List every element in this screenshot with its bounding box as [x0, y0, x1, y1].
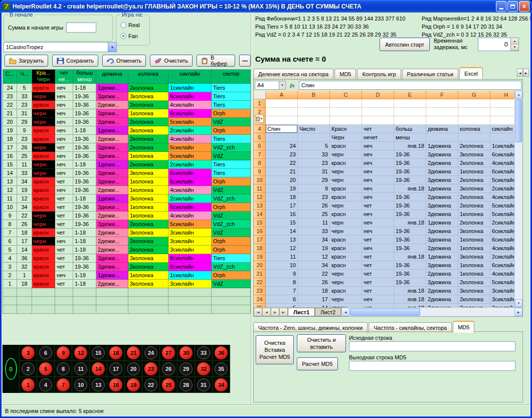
radio-real[interactable]: Real	[120, 22, 140, 28]
excel-column-header[interactable]: C	[330, 91, 362, 99]
excel-row-header[interactable]: 23	[254, 287, 266, 295]
excel-cell[interactable]: больш	[394, 125, 426, 133]
excel-row-header[interactable]: 17	[254, 236, 266, 244]
clear-button[interactable]: Очистить	[150, 55, 193, 67]
roulette-number[interactable]: 1	[20, 377, 37, 393]
excel-cell[interactable]: янв.18	[394, 253, 426, 261]
excel-cell[interactable]: 1дюжина	[426, 219, 458, 227]
scroll-down-icon[interactable]: ▼	[515, 299, 522, 307]
excel-cell[interactable]: 19-36	[394, 176, 426, 184]
excel-cell[interactable]: 25	[298, 210, 330, 219]
excel-cell[interactable]: неч	[362, 193, 394, 201]
excel-row-header[interactable]: 7	[254, 150, 266, 159]
excel-cell[interactable]: красн	[330, 210, 362, 219]
excel-cell[interactable]: 23	[266, 150, 298, 159]
excel-cell[interactable]	[298, 133, 330, 142]
excel-cell[interactable]: 34	[298, 236, 330, 244]
excel-row-header[interactable]: 19	[254, 253, 266, 261]
excel-row-header[interactable]: 4	[254, 125, 266, 133]
excel-cell[interactable]	[458, 116, 490, 125]
excel-cell[interactable]: 17	[298, 295, 330, 304]
excel-cell[interactable]: 2дюжина	[426, 287, 458, 295]
excel-cell[interactable]: дюжина	[426, 125, 458, 133]
excel-cell[interactable]	[330, 116, 362, 125]
excel-cell[interactable]: 3дюжина	[426, 176, 458, 184]
tab-excel[interactable]: Excel	[459, 67, 483, 79]
excel-cell[interactable]: красн	[330, 253, 362, 261]
excel-cell[interactable]: 19-36	[394, 210, 426, 219]
excel-cell[interactable]	[266, 108, 298, 116]
excel-cell[interactable]: 3колонка	[458, 287, 490, 295]
excel-cell[interactable]: 20	[266, 176, 298, 184]
roulette-number[interactable]: 20	[125, 361, 142, 377]
excel-cell[interactable]: 3дюжина	[426, 261, 458, 270]
excel-cell[interactable]	[458, 99, 490, 108]
excel-cell[interactable]: 2колонка	[458, 176, 490, 184]
excel-cell[interactable]: менш	[394, 133, 426, 142]
excel-cell[interactable]: Число	[298, 125, 330, 133]
excel-cell[interactable]	[298, 108, 330, 116]
roulette-number[interactable]: 2	[20, 361, 37, 377]
excel-cell[interactable]: янв.18	[394, 219, 426, 227]
excel-cell[interactable]: 3дюжина	[426, 227, 458, 236]
excel-column-header[interactable]: F	[426, 91, 458, 99]
excel-row-header[interactable]: 11	[254, 184, 266, 193]
sheet-tab-2[interactable]: Лист2	[315, 308, 341, 316]
excel-cell[interactable]: 2дюжина	[426, 295, 458, 304]
roulette-number[interactable]: 4	[37, 377, 55, 393]
excel-cell[interactable]: 12	[298, 253, 330, 261]
casino-select[interactable]: 1CasinoTropez ▼	[4, 42, 117, 52]
excel-cell[interactable]: 19-36	[394, 261, 426, 270]
roulette-number[interactable]: 16	[107, 377, 125, 393]
excel-cell[interactable]: 19-36	[394, 227, 426, 236]
load-button[interactable]: Загрузить	[5, 55, 48, 67]
excel-cell[interactable]: чет	[362, 125, 394, 133]
excel-horizontal-scrollbar[interactable]: ◀ ▶	[341, 308, 522, 316]
vscroll-thumb[interactable]	[515, 99, 522, 142]
excel-cell[interactable]: янв.18	[394, 295, 426, 304]
excel-cell[interactable]	[394, 108, 426, 116]
excel-cell[interactable]: 1дюжина	[426, 142, 458, 150]
roulette-number[interactable]: 5	[37, 361, 55, 377]
excel-cell[interactable]: 2дюжина	[426, 244, 458, 253]
excel-column-header[interactable]: D	[362, 91, 394, 99]
tab-scroll-right-icon[interactable]: ▶	[523, 69, 529, 77]
collapse-button[interactable]: —	[239, 55, 251, 67]
excel-cell[interactable]: красн	[330, 236, 362, 244]
close-button[interactable]: ×	[519, 1, 529, 12]
excel-cell[interactable]: 19-36	[394, 150, 426, 159]
excel-cell[interactable]: 3дюжина	[426, 210, 458, 219]
autospin-start-button[interactable]: Автоспин старт	[380, 38, 430, 51]
excel-cell[interactable]: 3колонка	[458, 227, 490, 236]
excel-cell[interactable]: 6	[266, 295, 298, 304]
excel-cell[interactable]: 19-36	[394, 193, 426, 201]
excel-cell[interactable]: 11	[298, 219, 330, 227]
excel-column-header[interactable]: E	[394, 91, 426, 99]
delay-spinbox[interactable]: 0 ▲ ▼	[478, 38, 519, 51]
excel-cell[interactable]	[426, 133, 458, 142]
excel-cell[interactable]: чет	[362, 236, 394, 244]
tab-scroll-left-icon[interactable]: ◀	[517, 69, 523, 77]
excel-cell[interactable]: неч	[362, 167, 394, 176]
excel-cell[interactable]: красн	[330, 184, 362, 193]
minimize-button[interactable]	[496, 1, 506, 12]
excel-cell[interactable]	[362, 116, 394, 125]
excel-cell[interactable]: чет	[362, 270, 394, 278]
excel-cell[interactable]: черн	[330, 227, 362, 236]
roulette-number[interactable]: 35	[213, 361, 230, 377]
excel-row-header[interactable]: 1	[254, 99, 266, 108]
roulette-number[interactable]: 27	[160, 345, 178, 361]
excel-cell[interactable]: 19-36	[394, 201, 426, 210]
excel-row-header[interactable]: 12	[254, 193, 266, 201]
excel-row-header[interactable]: 13	[254, 201, 266, 210]
excel-cell[interactable]: 8	[266, 278, 298, 287]
roulette-number[interactable]: 13	[90, 377, 107, 393]
md5-result-input[interactable]	[349, 361, 515, 371]
excel-cell[interactable]: 21	[266, 167, 298, 176]
excel-select-all-corner[interactable]	[254, 91, 266, 99]
md5-clear-paste-button[interactable]: Очистить и вставить	[297, 334, 346, 352]
excel-row-header[interactable]: 16	[254, 227, 266, 236]
scroll-right-icon[interactable]: ▶	[514, 308, 522, 316]
excel-cell[interactable]: 16	[266, 210, 298, 219]
excel-cell[interactable]: Черн	[330, 133, 362, 142]
